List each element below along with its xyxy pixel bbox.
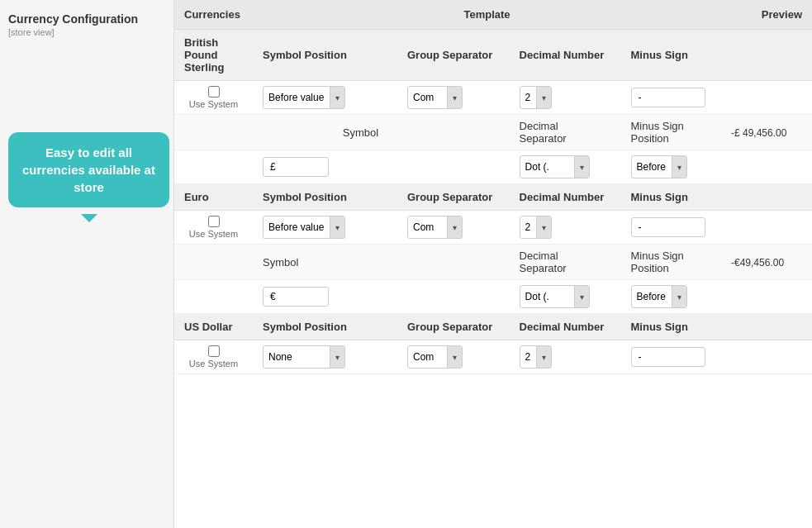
preview-value-gbp: -£ 49,456.00 xyxy=(731,127,786,139)
symbol-pos-select-wrapper-usd[interactable]: Before value After value None ▾ xyxy=(263,345,345,369)
symbol-pos-select-eur[interactable]: Before value After value None xyxy=(264,218,330,236)
group-sep-wrapper-eur[interactable]: Com Dot Space ▾ xyxy=(407,216,463,239)
symbol-pos-select-wrapper-gbp[interactable]: Before value After value None ▾ xyxy=(263,86,345,109)
decimal-sep-label-eur: DecimalSeparator xyxy=(510,245,621,280)
preview-empty-usd xyxy=(721,340,812,374)
decimal-sep-text-gbp: DecimalSeparator xyxy=(520,120,567,145)
minus-pos-wrapper-eur[interactable]: Before After ▾ xyxy=(631,285,687,308)
minus-pos-select-gbp[interactable]: Before After xyxy=(632,158,672,176)
symbol-pos-arrow-gbp: ▾ xyxy=(330,87,344,108)
symbol-text-gbp: Symbol xyxy=(343,126,378,139)
subheader-group-eur: Group Separator xyxy=(397,184,510,211)
use-system-label-eur: Use System xyxy=(189,229,238,239)
use-system-wrapper-usd: Use System xyxy=(184,345,243,369)
use-system-wrapper-gbp: Use System xyxy=(184,86,243,109)
use-system-cell-eur: Use System xyxy=(174,211,253,245)
tooltip-bubble: Easy to edit all currencies available at… xyxy=(8,132,169,207)
header-preview: Preview xyxy=(721,0,812,30)
empty-group-gbp2 xyxy=(397,115,510,150)
table-row: Use System Before value After value None… xyxy=(174,340,812,374)
symbol-pos-select-cell-usd: Before value After value None ▾ xyxy=(253,340,397,374)
decimal-num-select-eur[interactable]: 0 1 2 3 xyxy=(520,218,536,236)
symbol-input-eur[interactable] xyxy=(263,287,329,307)
minus-pos-select-cell-eur: Before After ▾ xyxy=(621,280,722,314)
group-sep-select-eur[interactable]: Com Dot Space xyxy=(408,218,447,236)
symbol-text-eur: Symbol xyxy=(263,256,298,269)
use-system-label-gbp: Use System xyxy=(189,99,238,109)
decimal-sep-arrow-gbp: ▾ xyxy=(574,156,589,178)
symbol-pos-select-wrapper-eur[interactable]: Before value After value None ▾ xyxy=(263,216,345,239)
symbol-pos-select-gbp[interactable]: Before value After value None xyxy=(264,88,330,107)
group-sep-select-usd[interactable]: Com Dot Space xyxy=(408,348,447,366)
subheader-symbol-pos-gbp: Symbol Position xyxy=(253,30,397,81)
decimal-sep-select-eur[interactable]: Dot (. Comma (, xyxy=(520,288,574,306)
symbol-pos-select-cell-eur: Before value After value None ▾ xyxy=(253,211,397,245)
minus-sign-cell-eur xyxy=(621,211,722,245)
minus-pos-label-eur: Minus SignPosition xyxy=(621,245,722,280)
preview-empty-eur xyxy=(721,211,812,245)
minus-sign-input-gbp[interactable] xyxy=(631,88,705,107)
minus-pos-text-gbp: Minus SignPosition xyxy=(631,120,684,145)
symbol-label-cell-gbp: Symbol Position Symbol xyxy=(253,115,397,150)
table-header-row: Currencies Template Preview xyxy=(174,0,812,30)
empty-group-eur2 xyxy=(397,245,510,280)
decimal-num-cell-usd: 0 1 2 3 ▾ xyxy=(510,340,621,374)
sidebar-title: Currency Configuration xyxy=(8,12,165,26)
decimal-num-arrow-usd: ▾ xyxy=(536,346,551,368)
decimal-num-wrapper-gbp[interactable]: 0 1 2 3 ▾ xyxy=(520,86,552,109)
symbol-input-gbp[interactable] xyxy=(263,157,329,177)
group-sep-wrapper-usd[interactable]: Com Dot Space ▾ xyxy=(407,345,463,369)
use-system-checkbox-gbp[interactable] xyxy=(208,86,220,98)
decimal-num-wrapper-eur[interactable]: 0 1 2 3 ▾ xyxy=(520,216,552,239)
decimal-num-select-gbp[interactable]: 0 1 2 3 xyxy=(520,88,536,107)
subheader-preview-gbp xyxy=(721,30,812,81)
minus-pos-wrapper-gbp[interactable]: Before After ▾ xyxy=(631,155,687,178)
group-sep-wrapper-gbp[interactable]: Com Dot Space ▾ xyxy=(407,86,463,109)
preview-gbp: -£ 49,456.00 xyxy=(721,115,812,150)
table-row: Use System Before value After value None… xyxy=(174,81,812,115)
decimal-sep-text-eur: DecimalSeparator xyxy=(520,250,567,274)
decimal-sep-wrapper-gbp[interactable]: Dot (. Comma (, ▾ xyxy=(520,155,590,178)
use-system-cell-usd: Use System xyxy=(174,340,253,374)
table-row: Dot (. Comma (, ▾ Before After xyxy=(174,280,812,314)
decimal-num-wrapper-usd[interactable]: 0 1 2 3 ▾ xyxy=(520,345,552,369)
sidebar-subtitle: [store view] xyxy=(8,27,165,37)
symbol-pos-arrow-eur: ▾ xyxy=(330,216,344,238)
group-sep-select-gbp[interactable]: Com Dot Space xyxy=(408,88,447,107)
currency-table: Currencies Template Preview British Poun… xyxy=(174,0,812,374)
section-usd: US Dollar Symbol Position Group Separato… xyxy=(174,314,812,340)
subheader-group-gbp: Group Separator xyxy=(397,30,510,81)
group-sep-arrow-usd: ▾ xyxy=(447,346,462,368)
minus-sign-input-eur[interactable] xyxy=(631,217,705,237)
use-system-checkbox-eur[interactable] xyxy=(208,216,220,227)
decimal-num-select-usd[interactable]: 0 1 2 3 xyxy=(520,348,536,366)
subheader-decimal-gbp: Decimal Number xyxy=(510,30,621,81)
currency-name-eur: Euro xyxy=(174,184,253,211)
table-row: Use System Before value After value None… xyxy=(174,211,812,245)
decimal-sep-select-gbp[interactable]: Dot (. Comma (, xyxy=(520,158,574,176)
subheader-group-usd: Group Separator xyxy=(397,314,510,340)
minus-pos-arrow-eur: ▾ xyxy=(672,286,686,307)
group-sep-cell-gbp: Com Dot Space ▾ xyxy=(397,81,510,115)
empty-preview-gbp3 xyxy=(721,150,812,184)
minus-pos-text-eur: Minus SignPosition xyxy=(631,250,684,274)
symbol-input-cell-gbp xyxy=(253,150,397,184)
decimal-num-cell-eur: 0 1 2 3 ▾ xyxy=(510,211,621,245)
use-system-wrapper-eur: Use System xyxy=(184,216,243,239)
table-row: Dot (. Comma (, ▾ Before After xyxy=(174,150,812,184)
minus-sign-cell-gbp xyxy=(621,81,722,115)
currency-name-usd: US Dollar xyxy=(174,314,253,340)
symbol-pos-select-usd[interactable]: Before value After value None xyxy=(264,348,330,366)
subheader-decimal-usd: Decimal Number xyxy=(510,314,621,340)
preview-value-eur: -€49,456.00 xyxy=(731,257,784,269)
minus-sign-input-usd[interactable] xyxy=(631,347,705,367)
empty-cell-eur2 xyxy=(174,245,253,280)
subheader-symbol-pos-eur: Symbol Position xyxy=(253,184,397,211)
group-sep-arrow-eur: ▾ xyxy=(447,216,462,238)
tooltip-text: Easy to edit all currencies available at… xyxy=(22,145,155,194)
minus-pos-select-eur[interactable]: Before After xyxy=(632,288,672,306)
empty-group-eur3 xyxy=(397,280,510,314)
section-euro: Euro Symbol Position Group Separator Dec… xyxy=(174,184,812,211)
decimal-sep-wrapper-eur[interactable]: Dot (. Comma (, ▾ xyxy=(520,285,590,308)
use-system-checkbox-usd[interactable] xyxy=(208,345,220,357)
